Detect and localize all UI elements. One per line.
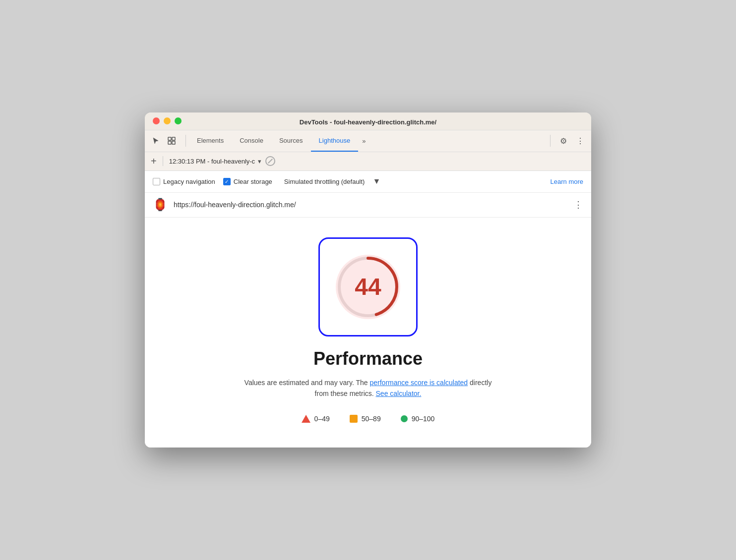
toolbar-divider [185,135,186,147]
no-entry-icon[interactable] [265,156,275,166]
window-title: DevTools - foul-heavenly-direction.glitc… [300,118,436,126]
recording-entry: 12:30:13 PM - foul-heavenly-c ▾ [169,158,261,165]
second-divider [163,156,163,166]
high-score-range: 90–100 [412,415,435,423]
score-gauge: 44 [318,237,418,336]
tab-elements[interactable]: Elements [189,130,232,152]
tab-lighthouse[interactable]: Lighthouse [311,130,359,152]
options-bar: Legacy navigation ✓ Clear storage Simula… [145,171,591,193]
mid-score-icon [350,415,358,423]
window-controls [153,117,182,124]
clear-storage-label: Clear storage [234,178,272,185]
tab-console[interactable]: Console [232,130,271,152]
learn-more-group: Learn more [551,178,583,185]
legend-high: 90–100 [401,415,435,423]
high-score-icon [401,415,408,422]
cursor-icon[interactable] [149,134,163,148]
perf-score-link[interactable]: performance score is calculated [370,379,468,387]
main-content: 44 Performance Values are estimated and … [145,218,591,448]
url-bar-more-icon[interactable]: ⋮ [574,199,583,210]
svg-rect-3 [172,141,175,144]
add-recording-button[interactable]: + [151,156,157,166]
title-bar: DevTools - foul-heavenly-direction.glitc… [145,112,591,130]
legend-low: 0–49 [302,415,330,423]
performance-title: Performance [313,348,423,369]
calculator-link[interactable]: See calculator. [376,390,422,397]
minimize-button[interactable] [164,117,171,124]
inspect-icon[interactable] [165,134,179,148]
close-button[interactable] [153,117,160,124]
mid-score-range: 50–89 [362,415,381,423]
lighthouse-icon: 🏮 [153,198,168,212]
legacy-nav-group[interactable]: Legacy navigation [153,178,215,185]
more-tabs-button[interactable]: » [358,130,369,152]
description-prefix: Values are estimated and may vary. The [245,379,370,387]
svg-rect-0 [168,137,171,140]
second-toolbar: + 12:30:13 PM - foul-heavenly-c ▾ [145,152,591,171]
target-url: https://foul-heavenly-direction.glitch.m… [174,201,568,209]
legend-mid: 50–89 [350,415,381,423]
legacy-nav-checkbox[interactable] [153,178,160,185]
clear-storage-checkbox[interactable]: ✓ [223,178,231,185]
low-score-icon [302,415,310,423]
description-text: Values are estimated and may vary. The p… [244,377,492,399]
url-bar: 🏮 https://foul-heavenly-direction.glitch… [145,193,591,218]
recording-dropdown[interactable]: ▾ [258,158,261,165]
toolbar-divider-right [550,135,551,147]
devtools-window: DevTools - foul-heavenly-direction.glitc… [145,112,591,448]
toolbar-icons [149,134,179,148]
clear-storage-group[interactable]: ✓ Clear storage [223,178,272,185]
score-circle: 44 [336,255,400,319]
more-options-icon[interactable]: ⋮ [573,134,587,148]
recording-label: 12:30:13 PM - foul-heavenly-c [169,158,255,165]
tabs-list: Elements Console Sources Lighthouse » [189,130,547,152]
svg-rect-2 [168,141,171,144]
learn-more-link[interactable]: Learn more [551,178,583,185]
tab-sources[interactable]: Sources [271,130,311,152]
low-score-range: 0–49 [314,415,330,423]
toolbar-right: ⚙ ⋮ [547,134,587,148]
svg-rect-1 [172,137,175,140]
throttling-dropdown-icon[interactable]: ▼ [372,177,380,186]
score-legend: 0–49 50–89 90–100 [302,415,435,423]
maximize-button[interactable] [175,117,182,124]
devtools-toolbar: Elements Console Sources Lighthouse » ⚙ … [145,130,591,152]
throttling-label: Simulated throttling (default) [284,178,365,185]
settings-icon[interactable]: ⚙ [556,134,570,148]
legacy-nav-label: Legacy navigation [163,178,215,185]
